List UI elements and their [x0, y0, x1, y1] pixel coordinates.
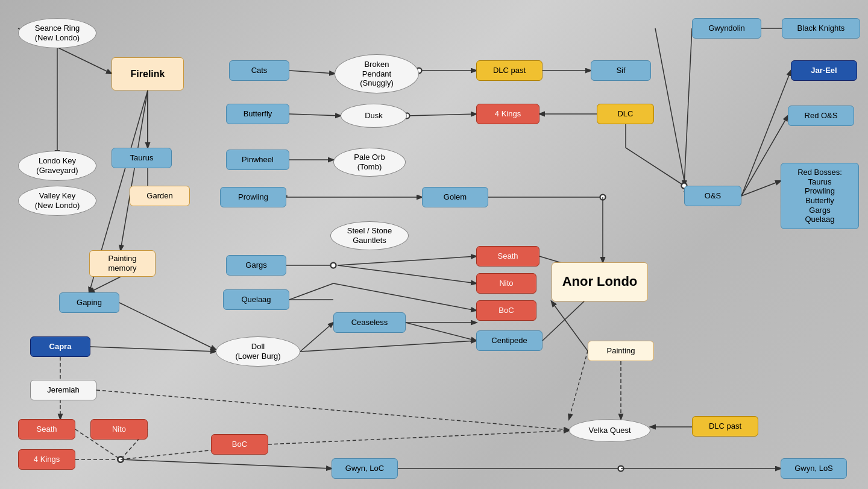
node-gwynlos: Gwyn, LoS — [781, 458, 847, 479]
node-gwyndolin: Gwyndolin — [692, 18, 761, 39]
node-anorlondo: Anor Londo — [552, 262, 648, 301]
node-cats: Cats — [229, 60, 289, 81]
node-sif: Sif — [591, 60, 651, 81]
node-pinwheel: Pinwheel — [226, 150, 289, 170]
node-redbosses: Red Bosses: Taurus Prowling Butterfly Ga… — [781, 163, 859, 229]
node-garden: Garden — [130, 186, 190, 206]
node-seath: Seath — [476, 246, 539, 267]
node-gwynloc: Gwyn, LoC — [332, 458, 398, 479]
node-ceaseless: Ceaseless — [333, 312, 406, 333]
node-nito: Nito — [476, 273, 536, 294]
node-jeremiah: Jeremiah — [30, 380, 96, 400]
node-fourkings: 4 Kings — [476, 104, 539, 124]
node-gargs: Gargs — [226, 255, 286, 276]
node-paleorb: Pale Orb (Tomb) — [333, 148, 406, 177]
node-blackknights: Black Knights — [782, 18, 860, 39]
node-dlcpast1: DLC past — [476, 60, 542, 81]
node-capra: Capra — [30, 336, 90, 357]
node-bocbot: BoC — [211, 434, 268, 455]
node-firelink: Firelink — [112, 57, 184, 90]
node-prowling: Prowling — [220, 187, 286, 207]
node-gaping: Gaping — [59, 292, 119, 313]
node-seathbot: Seath — [18, 419, 75, 440]
node-dlc: DLC — [597, 104, 654, 124]
node-jareel: Jar-Eel — [791, 60, 857, 81]
node-golem: Golem — [422, 187, 488, 207]
node-centipede: Centipede — [476, 330, 542, 351]
node-steelstone: Steel / Stone Gauntlets — [330, 221, 409, 250]
node-quelaag: Quelaag — [223, 289, 289, 310]
node-fourbot: 4 Kings — [18, 449, 75, 470]
node-dusk: Dusk — [341, 104, 407, 128]
node-londokey: Londo Key (Graveyard) — [18, 151, 96, 181]
node-taurus: Taurus — [112, 148, 172, 168]
node-redos: Red O&S — [788, 106, 854, 126]
node-valleykey: Valley Key (New Londo) — [18, 186, 96, 216]
node-boc: BoC — [476, 300, 536, 321]
node-paintingmem: Painting memory — [89, 250, 156, 277]
node-seance: Seance Ring (New Londo) — [18, 18, 96, 48]
node-butterfly: Butterfly — [226, 104, 289, 124]
node-nitobot: Nito — [90, 419, 148, 440]
node-brokenpendant: Broken Pendant (Snuggly) — [335, 54, 419, 93]
node-dlcpast2: DLC past — [692, 416, 758, 437]
node-doll: Doll (Lower Burg) — [216, 336, 300, 367]
node-velkaquest: Velka Quest — [569, 419, 650, 442]
node-os: O&S — [684, 186, 741, 206]
node-painting: Painting — [588, 341, 654, 361]
